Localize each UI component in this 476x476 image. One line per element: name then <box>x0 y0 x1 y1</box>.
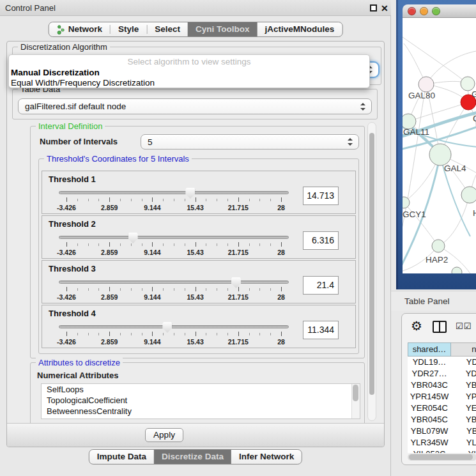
threshold-slider[interactable]: -3.4262.8599.14415.4321.71528 <box>59 277 289 303</box>
column-header-shared-name[interactable]: shared… <box>408 342 451 357</box>
table-row[interactable]: YBR043CYBR0 <box>408 380 476 391</box>
settings-scrollbar[interactable] <box>367 122 376 421</box>
tab-jactivemnodules[interactable]: jActiveMNodules <box>257 22 342 36</box>
table-row[interactable]: YDR27…YDR2 <box>408 368 476 380</box>
slider-tick-labels: -3.4262.8599.14415.4321.71528 <box>66 293 281 301</box>
network-node[interactable] <box>429 144 451 165</box>
network-window-titlebar[interactable] <box>403 4 476 18</box>
control-panel-body: Network Style Select Cyni Toolbox jActiv… <box>0 16 391 476</box>
network-node[interactable] <box>461 187 476 203</box>
list-item[interactable]: BetweennessCentrality <box>42 406 360 417</box>
tab-infer-network-label: Infer Network <box>239 450 294 464</box>
tab-discretize-data[interactable]: Discretize Data <box>154 450 231 464</box>
network-node[interactable] <box>432 240 445 252</box>
minimize-traffic-light[interactable] <box>420 7 428 15</box>
tick-label: -3.426 <box>57 249 76 256</box>
menu-item-equal-width-frequency[interactable]: Equal Width/Frequency Discretization <box>11 78 155 88</box>
table-row[interactable]: YIL052CYIL0 <box>408 449 476 453</box>
tick-mark <box>185 243 185 246</box>
attributes-scrollbar-thumb[interactable] <box>353 385 358 401</box>
list-item[interactable]: TopologicalCoefficient <box>42 395 360 406</box>
table-row[interactable]: YLR345WYLR3 <box>408 437 476 449</box>
tab-impute-data-label: Impute Data <box>97 450 146 464</box>
zoom-traffic-light[interactable] <box>432 7 440 15</box>
tab-style[interactable]: Style <box>111 22 146 36</box>
tab-cyni-toolbox[interactable]: Cyni Toolbox <box>188 22 257 36</box>
close-traffic-light[interactable] <box>408 7 416 15</box>
tick-mark <box>206 288 206 291</box>
menu-item-manual-discretization[interactable]: Manual Discretization <box>11 68 100 77</box>
network-window-frame[interactable]: GAL80GCGAL11GAL4GCY1HHAP2 <box>396 0 476 289</box>
slider-track[interactable] <box>59 236 289 239</box>
select-columns-icon[interactable]: ☑☑ <box>456 321 472 331</box>
tick-mark <box>77 333 78 335</box>
table-header-row: shared… na <box>408 342 476 357</box>
column-header-name[interactable]: na <box>451 342 476 357</box>
float-window-icon[interactable] <box>370 4 377 12</box>
tab-impute-data[interactable]: Impute Data <box>89 450 154 464</box>
threshold-slider[interactable]: -3.4262.8599.14415.4321.71528 <box>59 322 289 348</box>
table-cell-shared-name: YBR043C <box>408 380 451 391</box>
close-icon[interactable]: ✕ <box>381 2 388 15</box>
threshold-slider[interactable]: -3.4262.8599.14415.4321.71528 <box>59 188 289 213</box>
tick-label: 2.859 <box>101 338 118 346</box>
table-row[interactable]: YPR145WYPR1 <box>408 391 476 403</box>
tick-label: 9.144 <box>144 293 160 301</box>
slider-track[interactable] <box>59 325 289 328</box>
tab-select[interactable]: Select <box>147 22 188 36</box>
tick-mark <box>227 199 228 201</box>
network-canvas[interactable]: GAL80GCGAL11GAL4GCY1HHAP2 <box>403 18 476 273</box>
threshold-value-field[interactable]: 14.713 <box>303 187 339 205</box>
table-hscrollbar-thumb[interactable] <box>409 454 473 460</box>
tick-mark <box>249 333 250 335</box>
table-hscrollbar[interactable] <box>408 454 476 461</box>
tick-mark <box>66 287 67 291</box>
table-row[interactable]: YBR045CYBR0 <box>408 414 476 426</box>
apply-button[interactable]: Apply <box>145 428 183 442</box>
tick-mark <box>142 288 142 291</box>
slider-track[interactable] <box>59 280 289 284</box>
slider-track[interactable] <box>59 191 289 194</box>
tick-mark <box>238 332 239 336</box>
tick-mark <box>77 199 78 201</box>
tab-infer-network[interactable]: Infer Network <box>231 450 302 464</box>
threshold-slider[interactable]: -3.4262.8599.14415.4321.71528 <box>59 233 289 258</box>
columns-icon[interactable] <box>433 321 447 333</box>
network-node[interactable] <box>461 77 475 91</box>
threshold-value-field[interactable]: 6.316 <box>303 231 339 250</box>
table-cell-name: YDR2 <box>451 368 476 380</box>
table-row[interactable]: YDL19…YDL1 <box>408 357 476 368</box>
network-node[interactable] <box>452 267 462 273</box>
tick-mark <box>270 243 271 246</box>
tick-label: 2.859 <box>101 293 118 301</box>
threshold-label: Threshold 1 <box>49 174 96 184</box>
network-node[interactable] <box>418 77 434 92</box>
tick-mark <box>196 332 196 336</box>
network-node-label: H <box>473 208 476 218</box>
interval-definition-group: Interval Definition Number of Intervals … <box>30 126 365 358</box>
gear-icon[interactable]: ⚙ <box>411 318 422 334</box>
number-of-intervals-combobox[interactable]: 5 <box>141 134 359 150</box>
settings-scrollbar-thumb[interactable] <box>369 133 374 395</box>
tick-label: 28 <box>277 338 285 346</box>
tick-mark <box>66 242 67 247</box>
tick-mark <box>174 243 174 246</box>
node-table: shared… na YDL19…YDL1YDR27…YDR2YBR043CYB… <box>408 342 476 453</box>
table-row[interactable]: YBL079WYBL0 <box>408 426 476 437</box>
table-cell-shared-name: YDR27… <box>408 368 451 380</box>
tab-network[interactable]: Network <box>49 22 110 36</box>
table-panel: ⚙ ☑☑ shared… na YDL19…YDL1YDR27…YDR2YBR0… <box>401 313 476 465</box>
table-cell-shared-name: YBL079W <box>408 426 451 437</box>
top-tab-bar: Network Style Select Cyni Toolbox jActiv… <box>49 22 343 37</box>
tick-mark <box>142 199 142 201</box>
threshold-value-field[interactable]: 21.4 <box>303 276 339 295</box>
threshold-value-field[interactable]: 11.344 <box>303 321 339 339</box>
tick-mark <box>163 288 164 291</box>
network-node-label: GAL4 <box>444 164 466 173</box>
table-row[interactable]: YER054CYER0 <box>408 403 476 414</box>
list-item[interactable]: SelfLoops <box>42 384 360 395</box>
tick-mark <box>152 287 153 291</box>
table-data-combobox[interactable]: galFiltered.sif default node <box>18 98 372 114</box>
attributes-scrollbar[interactable] <box>351 384 360 418</box>
table-cell-name: YBR0 <box>451 380 476 391</box>
